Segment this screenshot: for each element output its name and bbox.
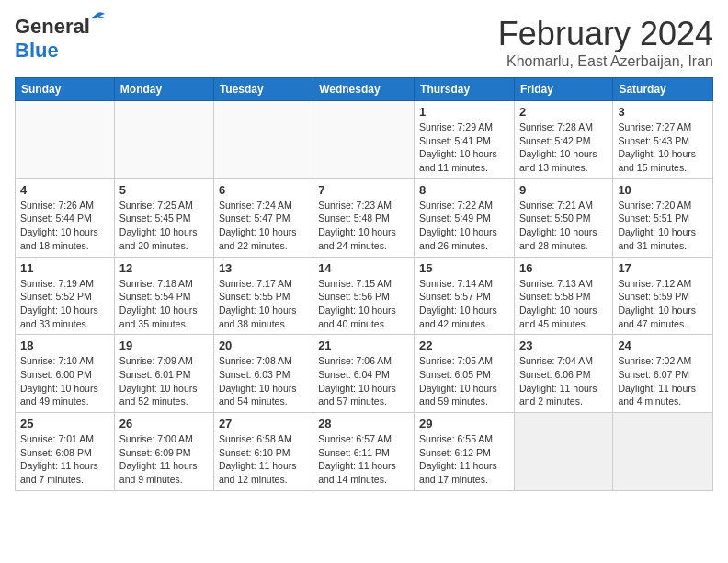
day-number: 20 (219, 339, 308, 352)
calendar-cell: 4Sunrise: 7:26 AM Sunset: 5:44 PM Daylig… (16, 178, 115, 257)
day-number: 8 (419, 183, 509, 197)
day-info: Sunrise: 7:17 AM Sunset: 5:55 PM Dayligh… (219, 277, 308, 331)
week-row-4: 18Sunrise: 7:10 AM Sunset: 6:00 PM Dayli… (16, 335, 713, 413)
weekday-header-sunday: Sunday (16, 78, 115, 101)
day-info: Sunrise: 7:05 AM Sunset: 6:05 PM Dayligh… (419, 354, 509, 408)
calendar-cell: 9Sunrise: 7:21 AM Sunset: 5:50 PM Daylig… (514, 178, 612, 257)
day-number: 13 (219, 261, 308, 275)
weekday-header-wednesday: Wednesday (313, 78, 415, 101)
calendar-cell: 28Sunrise: 6:57 AM Sunset: 6:11 PM Dayli… (313, 413, 415, 491)
day-info: Sunrise: 7:06 AM Sunset: 6:04 PM Dayligh… (318, 354, 409, 408)
day-number: 7 (318, 183, 409, 197)
week-row-2: 4Sunrise: 7:26 AM Sunset: 5:44 PM Daylig… (16, 178, 713, 257)
day-info: Sunrise: 7:27 AM Sunset: 5:43 PM Dayligh… (618, 121, 708, 175)
day-info: Sunrise: 6:57 AM Sunset: 6:11 PM Dayligh… (318, 432, 409, 487)
logo-blue: Blue (15, 39, 59, 63)
day-info: Sunrise: 7:19 AM Sunset: 5:52 PM Dayligh… (20, 277, 109, 331)
day-info: Sunrise: 7:23 AM Sunset: 5:48 PM Dayligh… (318, 199, 409, 253)
day-info: Sunrise: 7:09 AM Sunset: 6:01 PM Dayligh… (119, 354, 209, 408)
calendar-cell: 14Sunrise: 7:15 AM Sunset: 5:56 PM Dayli… (313, 257, 415, 335)
day-info: Sunrise: 7:25 AM Sunset: 5:45 PM Dayligh… (119, 199, 209, 253)
day-number: 15 (419, 261, 509, 275)
weekday-header-monday: Monday (114, 78, 213, 101)
day-number: 4 (20, 183, 109, 197)
day-number: 14 (318, 261, 409, 275)
calendar-cell: 16Sunrise: 7:13 AM Sunset: 5:58 PM Dayli… (514, 257, 612, 335)
day-number: 18 (20, 339, 109, 352)
month-title: February 2024 (498, 15, 713, 53)
calendar-cell: 1Sunrise: 7:29 AM Sunset: 5:41 PM Daylig… (415, 101, 515, 179)
calendar-cell: 20Sunrise: 7:08 AM Sunset: 6:03 PM Dayli… (213, 335, 313, 413)
day-info: Sunrise: 7:20 AM Sunset: 5:51 PM Dayligh… (618, 199, 708, 253)
day-number: 17 (618, 261, 708, 275)
day-number: 2 (519, 105, 608, 119)
calendar-cell: 6Sunrise: 7:24 AM Sunset: 5:47 PM Daylig… (213, 178, 313, 257)
calendar-cell: 21Sunrise: 7:06 AM Sunset: 6:04 PM Dayli… (313, 335, 415, 413)
day-number: 10 (618, 183, 708, 197)
day-number: 12 (119, 261, 209, 275)
calendar-cell: 27Sunrise: 6:58 AM Sunset: 6:10 PM Dayli… (213, 413, 313, 491)
day-number: 6 (219, 183, 308, 197)
day-info: Sunrise: 7:15 AM Sunset: 5:56 PM Dayligh… (318, 277, 409, 331)
day-number: 23 (519, 339, 608, 352)
day-number: 5 (119, 183, 209, 197)
weekday-header-friday: Friday (514, 78, 612, 101)
day-number: 21 (318, 339, 409, 352)
day-number: 26 (119, 417, 209, 431)
title-area: February 2024 Khomarlu, East Azerbaijan,… (498, 15, 713, 70)
calendar-cell: 23Sunrise: 7:04 AM Sunset: 6:06 PM Dayli… (514, 335, 612, 413)
calendar-cell: 18Sunrise: 7:10 AM Sunset: 6:00 PM Dayli… (16, 335, 115, 413)
day-info: Sunrise: 6:55 AM Sunset: 6:12 PM Dayligh… (419, 432, 509, 487)
day-info: Sunrise: 7:02 AM Sunset: 6:07 PM Dayligh… (618, 354, 708, 408)
calendar-cell: 7Sunrise: 7:23 AM Sunset: 5:48 PM Daylig… (313, 178, 415, 257)
calendar-cell: 5Sunrise: 7:25 AM Sunset: 5:45 PM Daylig… (114, 178, 213, 257)
day-info: Sunrise: 7:21 AM Sunset: 5:50 PM Dayligh… (519, 199, 608, 253)
day-info: Sunrise: 7:24 AM Sunset: 5:47 PM Dayligh… (219, 199, 308, 253)
calendar-cell: 10Sunrise: 7:20 AM Sunset: 5:51 PM Dayli… (613, 178, 713, 257)
day-info: Sunrise: 7:14 AM Sunset: 5:57 PM Dayligh… (419, 277, 509, 331)
weekday-header-row: SundayMondayTuesdayWednesdayThursdayFrid… (16, 78, 713, 101)
calendar-table: SundayMondayTuesdayWednesdayThursdayFrid… (15, 77, 713, 491)
calendar-cell: 12Sunrise: 7:18 AM Sunset: 5:54 PM Dayli… (114, 257, 213, 335)
header: General Blue February 2024 Khomarlu, Eas… (15, 15, 713, 70)
week-row-3: 11Sunrise: 7:19 AM Sunset: 5:52 PM Dayli… (16, 257, 713, 335)
calendar-cell (313, 101, 415, 179)
calendar-cell: 26Sunrise: 7:00 AM Sunset: 6:09 PM Dayli… (114, 413, 213, 491)
weekday-header-thursday: Thursday (415, 78, 515, 101)
calendar-cell: 29Sunrise: 6:55 AM Sunset: 6:12 PM Dayli… (415, 413, 515, 491)
day-info: Sunrise: 7:00 AM Sunset: 6:09 PM Dayligh… (119, 432, 209, 487)
calendar-cell: 17Sunrise: 7:12 AM Sunset: 5:59 PM Dayli… (613, 257, 713, 335)
day-number: 27 (219, 417, 308, 431)
location-title: Khomarlu, East Azerbaijan, Iran (498, 53, 713, 70)
weekday-header-tuesday: Tuesday (213, 78, 313, 101)
calendar-cell: 22Sunrise: 7:05 AM Sunset: 6:05 PM Dayli… (415, 335, 515, 413)
day-info: Sunrise: 7:10 AM Sunset: 6:00 PM Dayligh… (20, 354, 109, 408)
calendar-cell: 11Sunrise: 7:19 AM Sunset: 5:52 PM Dayli… (16, 257, 115, 335)
logo-general: General (15, 15, 90, 38)
calendar-cell (213, 101, 313, 179)
day-info: Sunrise: 7:22 AM Sunset: 5:49 PM Dayligh… (419, 199, 509, 253)
day-info: Sunrise: 7:04 AM Sunset: 6:06 PM Dayligh… (519, 354, 608, 408)
day-number: 24 (618, 339, 708, 352)
day-number: 11 (20, 261, 109, 275)
calendar-cell: 13Sunrise: 7:17 AM Sunset: 5:55 PM Dayli… (213, 257, 313, 335)
calendar-cell (16, 101, 115, 179)
week-row-5: 25Sunrise: 7:01 AM Sunset: 6:08 PM Dayli… (16, 413, 713, 491)
day-info: Sunrise: 7:01 AM Sunset: 6:08 PM Dayligh… (20, 432, 109, 487)
day-number: 3 (618, 105, 708, 119)
day-number: 1 (419, 105, 509, 119)
day-number: 28 (318, 417, 409, 431)
day-number: 25 (20, 417, 109, 431)
day-info: Sunrise: 7:13 AM Sunset: 5:58 PM Dayligh… (519, 277, 608, 331)
day-info: Sunrise: 7:28 AM Sunset: 5:42 PM Dayligh… (519, 121, 608, 175)
calendar-cell (514, 413, 612, 491)
bird-icon (88, 11, 107, 26)
day-info: Sunrise: 7:12 AM Sunset: 5:59 PM Dayligh… (618, 277, 708, 331)
day-number: 29 (419, 417, 509, 431)
logo: General Blue (15, 15, 90, 63)
week-row-1: 1Sunrise: 7:29 AM Sunset: 5:41 PM Daylig… (16, 101, 713, 179)
calendar-cell: 24Sunrise: 7:02 AM Sunset: 6:07 PM Dayli… (613, 335, 713, 413)
calendar-cell: 15Sunrise: 7:14 AM Sunset: 5:57 PM Dayli… (415, 257, 515, 335)
day-number: 22 (419, 339, 509, 352)
day-number: 19 (119, 339, 209, 352)
